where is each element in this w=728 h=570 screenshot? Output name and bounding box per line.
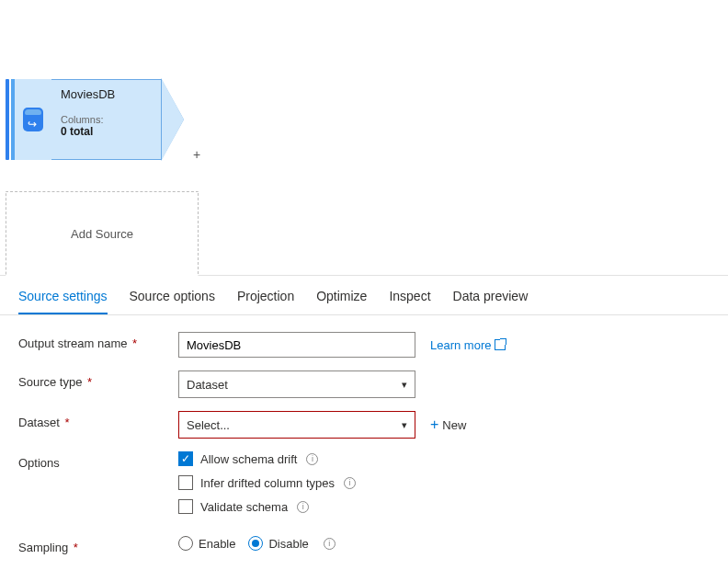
radio-dot-icon — [248, 536, 263, 551]
info-icon[interactable]: i — [324, 538, 336, 550]
sampling-label: Sampling * — [18, 536, 178, 554]
dataflow-canvas[interactable]: MoviesDB Columns: 0 total + Add Source — [0, 0, 728, 276]
source-type-value: Dataset — [187, 378, 228, 392]
chevron-down-icon: ▾ — [402, 379, 407, 391]
dataset-label: Dataset * — [18, 411, 178, 429]
allow-schema-drift-label: Allow schema drift — [200, 452, 297, 466]
info-icon[interactable]: i — [297, 501, 309, 513]
node-icon-block — [15, 79, 51, 160]
validate-schema-label: Validate schema — [200, 500, 288, 514]
node-columns-label: Columns: — [61, 114, 146, 125]
node-accent-bar — [6, 79, 9, 160]
required-marker: * — [84, 375, 92, 389]
tab-inspect[interactable]: Inspect — [389, 289, 430, 314]
learn-more-link[interactable]: Learn more — [430, 338, 506, 352]
tabs: Source settings Source options Projectio… — [0, 276, 728, 315]
chevron-down-icon: ▾ — [402, 419, 407, 431]
info-icon[interactable]: i — [344, 477, 356, 489]
plus-icon: + — [430, 416, 438, 433]
sampling-enable-radio[interactable]: Enable — [178, 536, 235, 551]
infer-drifted-types-label: Infer drifted column types — [200, 476, 335, 490]
new-dataset-button[interactable]: + New — [430, 416, 466, 433]
options-label: Options — [18, 451, 178, 470]
database-icon — [23, 108, 43, 131]
dataset-placeholder: Select... — [187, 418, 230, 432]
source-type-select[interactable]: Dataset ▾ — [178, 370, 415, 398]
tab-optimize[interactable]: Optimize — [316, 289, 367, 314]
tab-source-settings[interactable]: Source settings — [18, 289, 108, 314]
node-columns-value: 0 total — [61, 125, 146, 138]
sampling-disable-radio[interactable]: Disable — [248, 536, 308, 551]
output-stream-label: Output stream name * — [18, 332, 178, 350]
required-marker: * — [130, 336, 138, 350]
validate-schema-checkbox[interactable] — [178, 499, 193, 514]
radio-dot-icon — [178, 536, 193, 551]
node-body[interactable]: MoviesDB Columns: 0 total — [51, 79, 162, 160]
add-source-label: Add Source — [71, 227, 133, 241]
required-marker: * — [62, 416, 70, 429]
allow-schema-drift-checkbox[interactable]: ✓ — [178, 451, 193, 466]
source-node[interactable]: MoviesDB Columns: 0 total — [6, 79, 184, 160]
required-marker: * — [70, 541, 78, 554]
info-icon[interactable]: i — [306, 453, 318, 465]
source-settings-form: Output stream name * Learn more Source t… — [0, 315, 728, 570]
source-type-label: Source type * — [18, 370, 178, 389]
node-arrowhead — [162, 79, 184, 160]
tab-projection[interactable]: Projection — [237, 289, 294, 314]
infer-drifted-types-checkbox[interactable] — [178, 475, 193, 490]
tab-data-preview[interactable]: Data preview — [453, 289, 529, 314]
output-stream-input[interactable] — [178, 332, 415, 358]
add-step-button[interactable]: + — [193, 147, 200, 162]
tab-source-options[interactable]: Source options — [130, 289, 215, 314]
node-title: MoviesDB — [61, 87, 146, 101]
dataset-select[interactable]: Select... ▾ — [178, 411, 415, 439]
add-source-placeholder[interactable]: Add Source — [6, 191, 199, 276]
external-link-icon — [495, 339, 506, 350]
